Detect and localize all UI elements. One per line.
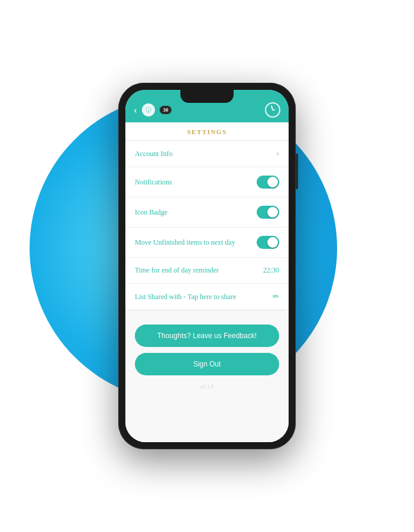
settings-item-notifications: Notifications: [125, 167, 289, 197]
move-unfinished-label: Move Unfinished items to next day: [135, 238, 235, 247]
move-unfinished-toggle[interactable]: [257, 236, 279, 249]
back-button[interactable]: ‹: [134, 104, 137, 116]
settings-title: SETTINGS: [125, 122, 289, 141]
buttons-section: Thoughts? Leave us Feedback! Sign Out v2…: [125, 310, 289, 401]
icon-badge-label: Icon Badge: [135, 208, 167, 217]
phone-screen: ‹ i 30 SETTINGS: [125, 90, 289, 442]
badge-count: 30: [160, 106, 172, 114]
chevron-right-icon: ›: [276, 149, 279, 158]
notifications-label: Notifications: [135, 178, 172, 187]
settings-item-time-end-of-day[interactable]: Time for end of day reminder 22:30: [125, 258, 289, 284]
toggle-knob: [267, 207, 278, 218]
feedback-button[interactable]: Thoughts? Leave us Feedback!: [135, 325, 279, 347]
toggle-knob: [267, 237, 278, 248]
phone-frame: ‹ i 30 SETTINGS: [118, 83, 296, 449]
settings-item-list-shared[interactable]: List Shared with - Tap here to share ✏: [125, 284, 289, 310]
phone-side-button: [296, 154, 298, 189]
time-end-of-day-value: 22:30: [263, 266, 279, 275]
account-info-label: Account Info: [135, 150, 173, 158]
version-text: v2.1.0: [135, 381, 279, 392]
settings-item-icon-badge: Icon Badge: [125, 197, 289, 228]
settings-list: Account Info › Notifications Icon Badge: [125, 141, 289, 310]
list-shared-label: List Shared with - Tap here to share: [135, 293, 236, 301]
time-end-of-day-label: Time for end of day reminder: [135, 266, 219, 275]
settings-item-move-unfinished: Move Unfinished items to next day: [125, 228, 289, 258]
signout-button[interactable]: Sign Out: [135, 353, 279, 375]
phone-outer: ‹ i 30 SETTINGS: [118, 83, 296, 449]
settings-item-account-info[interactable]: Account Info ›: [125, 141, 289, 167]
pencil-icon: ✏: [273, 292, 279, 301]
clock-icon: [265, 102, 280, 118]
icon-badge-toggle[interactable]: [257, 206, 279, 219]
svg-text:i: i: [148, 108, 149, 113]
screen-content: SETTINGS Account Info › Notifications: [125, 122, 289, 442]
notifications-toggle[interactable]: [257, 176, 279, 189]
info-icon[interactable]: i: [142, 103, 155, 116]
toggle-knob: [267, 177, 278, 187]
phone-notch: [180, 90, 234, 103]
